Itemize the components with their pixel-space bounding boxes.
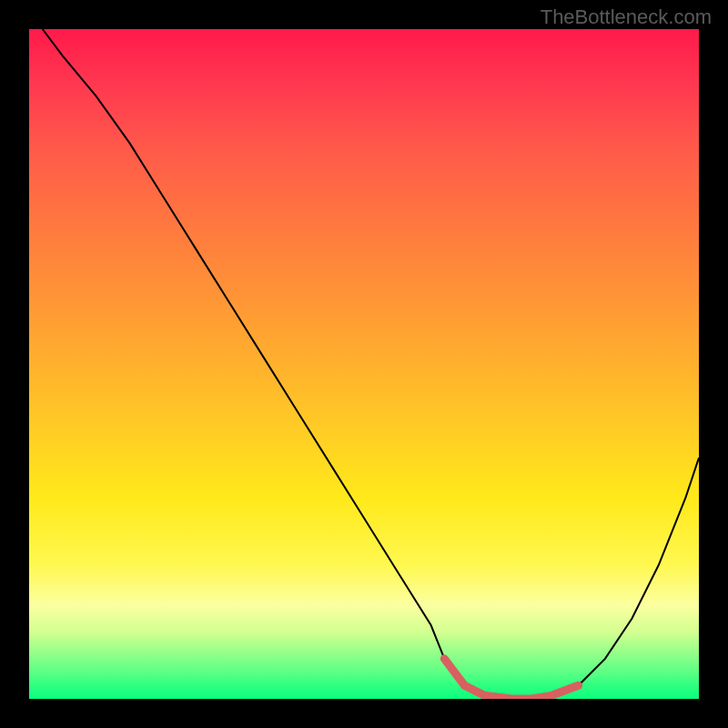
curve-svg: [29, 29, 699, 699]
plot-area: [29, 29, 699, 699]
chart-container: TheBottleneck.com: [0, 0, 728, 728]
watermark-text: TheBottleneck.com: [541, 5, 712, 29]
main-curve: [43, 29, 699, 699]
optimal-range-curve: [444, 659, 578, 699]
